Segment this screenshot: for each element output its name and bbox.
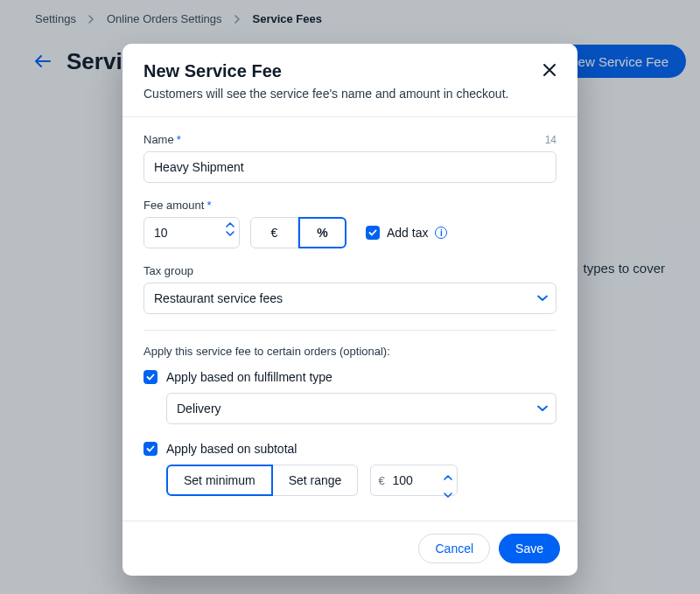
name-input[interactable] xyxy=(144,151,556,183)
modal-subtitle: Customers will see the service fee's nam… xyxy=(144,87,556,101)
add-tax-label: Add tax xyxy=(387,226,428,240)
subtotal-checkbox[interactable] xyxy=(144,442,158,456)
min-currency-symbol: € xyxy=(378,474,384,487)
name-label: Name* xyxy=(144,133,181,146)
set-minimum-button[interactable]: Set minimum xyxy=(166,465,273,496)
stepper-down-icon[interactable] xyxy=(226,230,234,237)
fulfillment-select[interactable]: Delivery xyxy=(166,393,556,424)
cancel-button[interactable]: Cancel xyxy=(418,534,490,563)
modal-title: New Service Fee xyxy=(144,61,556,81)
name-char-count: 14 xyxy=(545,134,556,146)
tax-group-select[interactable]: Restaurant service fees xyxy=(144,283,556,314)
save-button[interactable]: Save xyxy=(499,534,560,563)
amount-unit-toggle: € % xyxy=(250,217,346,248)
modal-overlay: New Service Fee Customers will see the s… xyxy=(0,0,700,594)
tax-group-label: Tax group xyxy=(144,264,193,277)
currency-unit-button[interactable]: € xyxy=(250,217,298,248)
stepper-up-icon[interactable] xyxy=(226,221,234,228)
subtotal-mode-segment: Set minimum Set range xyxy=(166,465,358,496)
fulfillment-checkbox[interactable] xyxy=(144,370,158,384)
info-icon[interactable]: i xyxy=(435,227,447,239)
add-tax-checkbox[interactable] xyxy=(366,226,380,240)
subtotal-label: Apply based on subtotal xyxy=(166,442,297,456)
stepper-up-icon[interactable] xyxy=(444,469,452,485)
fee-amount-label: Fee amount* xyxy=(144,199,211,212)
set-range-button[interactable]: Set range xyxy=(273,465,359,496)
apply-section-label: Apply this service fee to certain orders… xyxy=(144,345,556,358)
fulfillment-label: Apply based on fulfillment type xyxy=(166,370,332,384)
divider xyxy=(144,330,556,331)
percent-unit-button[interactable]: % xyxy=(298,217,346,248)
close-icon[interactable] xyxy=(539,59,560,80)
new-service-fee-modal: New Service Fee Customers will see the s… xyxy=(122,44,578,576)
stepper-down-icon[interactable] xyxy=(444,486,452,502)
